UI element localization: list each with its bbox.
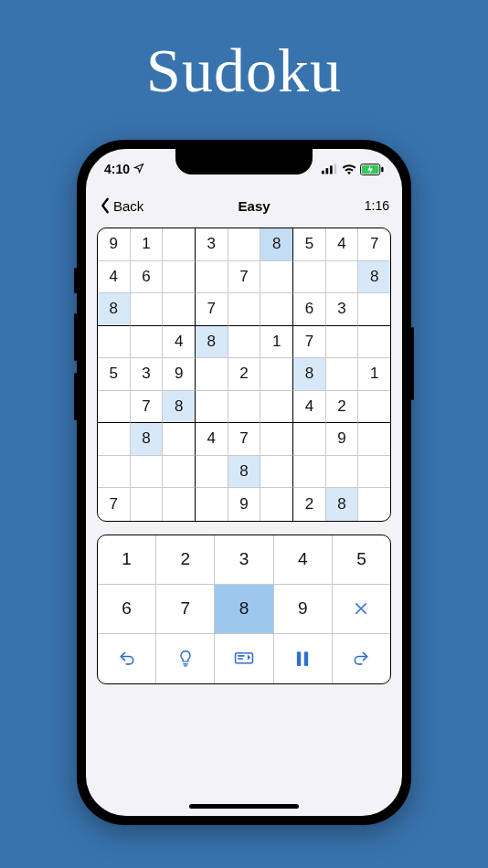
board-cell[interactable]: 4 [293, 391, 326, 424]
board-cell[interactable]: 7 [358, 228, 390, 261]
board-cell[interactable]: 8 [326, 488, 359, 521]
board-cell[interactable] [326, 326, 359, 359]
board-cell[interactable]: 3 [196, 228, 228, 261]
board-cell[interactable] [358, 423, 390, 456]
board-cell[interactable] [260, 456, 293, 489]
board-cell[interactable]: 8 [260, 228, 293, 261]
board-cell[interactable]: 7 [228, 261, 261, 294]
board-cell[interactable] [326, 261, 359, 294]
board-cell[interactable] [196, 488, 228, 521]
board-cell[interactable]: 8 [228, 456, 261, 489]
board-cell[interactable]: 4 [98, 261, 131, 294]
board-cell[interactable] [358, 326, 390, 359]
board-cell[interactable] [326, 456, 359, 489]
board-cell[interactable]: 5 [293, 228, 326, 261]
board-cell[interactable]: 8 [358, 261, 390, 294]
board-cell[interactable]: 5 [98, 358, 131, 391]
redo-button[interactable] [333, 634, 390, 683]
board-cell[interactable] [358, 293, 390, 326]
board-cell[interactable]: 6 [293, 293, 326, 326]
board-cell[interactable] [131, 326, 164, 359]
board-cell[interactable]: 4 [196, 423, 228, 456]
board-cell[interactable] [228, 228, 261, 261]
board-cell[interactable] [98, 423, 131, 456]
board-cell[interactable] [228, 293, 261, 326]
svg-rect-7 [236, 652, 253, 662]
board-cell[interactable] [163, 293, 196, 326]
board-cell[interactable] [293, 423, 326, 456]
digit-6-button[interactable]: 6 [98, 585, 156, 634]
board-cell[interactable] [196, 456, 228, 489]
board-cell[interactable] [293, 456, 326, 489]
board-cell[interactable]: 1 [358, 358, 390, 391]
board-cell[interactable]: 9 [228, 488, 261, 521]
board-cell[interactable] [260, 391, 293, 424]
board-cell[interactable]: 8 [98, 293, 131, 326]
digit-1-button[interactable]: 1 [98, 535, 156, 585]
board-cell[interactable] [358, 488, 390, 521]
board-cell[interactable] [228, 391, 261, 424]
board-cell[interactable]: 7 [293, 326, 326, 359]
board-cell[interactable]: 4 [163, 326, 196, 359]
board-cell[interactable] [131, 456, 164, 489]
board-cell[interactable] [260, 261, 293, 294]
undo-button[interactable] [98, 634, 156, 683]
board-cell[interactable] [98, 326, 131, 359]
board-cell[interactable] [260, 423, 293, 456]
back-button[interactable]: Back [99, 197, 143, 214]
board-cell[interactable]: 8 [131, 423, 164, 456]
board-cell[interactable]: 8 [163, 391, 196, 424]
board-cell[interactable] [260, 358, 293, 391]
board-cell[interactable] [228, 326, 261, 359]
board-cell[interactable] [98, 391, 131, 424]
board-cell[interactable]: 3 [326, 293, 359, 326]
board-cell[interactable]: 6 [131, 261, 164, 294]
digit-7-button[interactable]: 7 [156, 585, 215, 634]
board-cell[interactable] [196, 261, 228, 294]
board-cell[interactable]: 1 [260, 326, 293, 359]
board-cell[interactable] [163, 261, 196, 294]
notes-button[interactable] [215, 634, 273, 683]
board-cell[interactable]: 4 [326, 228, 359, 261]
board-cell[interactable] [326, 358, 359, 391]
digit-2-button[interactable]: 2 [156, 535, 215, 585]
board-cell[interactable] [196, 391, 228, 424]
board-cell[interactable] [163, 423, 196, 456]
board-cell[interactable] [293, 261, 326, 294]
digit-3-button[interactable]: 3 [215, 535, 273, 585]
clear-cell-button[interactable] [333, 585, 390, 634]
board-cell[interactable] [260, 293, 293, 326]
board-cell[interactable] [358, 391, 390, 424]
board-cell[interactable]: 9 [98, 228, 131, 261]
board-cell[interactable]: 3 [131, 358, 164, 391]
board-cell[interactable] [131, 488, 164, 521]
board-cell[interactable]: 7 [228, 423, 261, 456]
board-cell[interactable] [163, 488, 196, 521]
board-cell[interactable]: 7 [98, 488, 131, 521]
board-cell[interactable]: 7 [196, 293, 228, 326]
digit-8-button[interactable]: 8 [215, 585, 273, 634]
board-cell[interactable]: 2 [228, 358, 261, 391]
board-cell[interactable] [131, 293, 164, 326]
home-indicator[interactable] [189, 804, 299, 809]
board-cell[interactable]: 8 [293, 358, 326, 391]
board-cell[interactable] [163, 456, 196, 489]
board-cell[interactable]: 9 [163, 358, 196, 391]
pause-button[interactable] [274, 634, 333, 683]
clear-x-icon [353, 600, 369, 617]
hint-button[interactable] [156, 634, 215, 683]
board-cell[interactable] [260, 488, 293, 521]
digit-9-button[interactable]: 9 [274, 585, 333, 634]
board-cell[interactable] [98, 456, 131, 489]
digit-5-button[interactable]: 5 [333, 535, 390, 585]
board-cell[interactable]: 9 [326, 423, 359, 456]
board-cell[interactable]: 2 [326, 391, 359, 424]
board-cell[interactable] [163, 228, 196, 261]
board-cell[interactable]: 2 [293, 488, 326, 521]
board-cell[interactable] [358, 456, 390, 489]
board-cell[interactable]: 1 [131, 228, 164, 261]
board-cell[interactable]: 8 [196, 326, 228, 359]
board-cell[interactable]: 7 [131, 391, 164, 424]
board-cell[interactable] [196, 358, 228, 391]
digit-4-button[interactable]: 4 [274, 535, 333, 585]
